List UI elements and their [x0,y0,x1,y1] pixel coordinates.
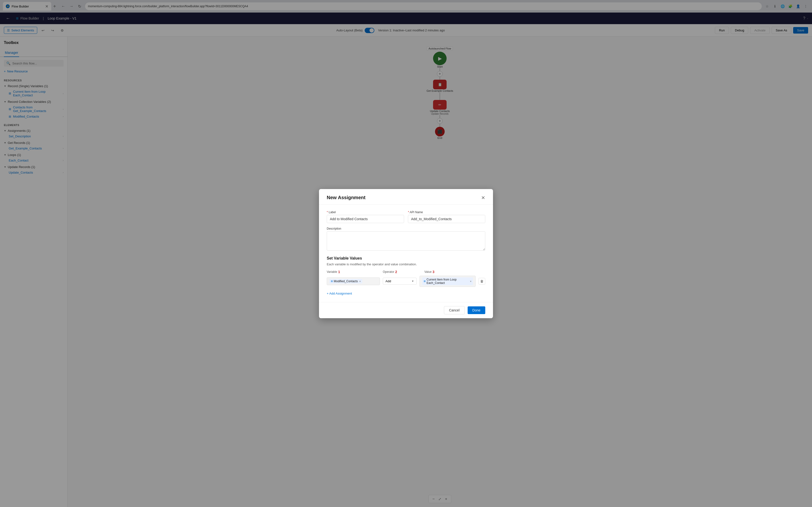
add-assignment-button[interactable]: + Add Assignment [327,291,485,296]
clear-row-button[interactable]: 🗑 [478,278,485,285]
modal-body: * Label * API Name Description [319,205,493,302]
value-tag-close-button[interactable]: × [470,280,471,283]
label-field-label: * Label [327,211,404,214]
api-name-field-label: * API Name [408,211,485,214]
col1-number: 1 [338,270,340,274]
description-input[interactable] [327,231,485,250]
value-tag-label: Current Item from Loop Each_Contact [426,278,469,285]
operator-value: Add [386,279,410,283]
label-input[interactable] [327,215,404,223]
label-field-group: * Label [327,211,404,223]
variable-row: ⊞ Modified_Contacts × Add ▼ ⊞ Current It… [327,276,485,287]
api-name-input[interactable] [408,215,485,223]
col3-number: 3 [433,270,435,274]
col1-header-label: Variable [327,270,337,274]
set-variable-values-title: Set Variable Values [327,256,485,261]
col2-number: 2 [395,270,397,274]
operator-select[interactable]: Add ▼ [383,278,417,285]
description-label: Description [327,227,485,230]
description-field-group: Description [327,227,485,251]
value-input-field[interactable]: ⊞ Current Item from Loop Each_Contact × [419,276,475,287]
done-button[interactable]: Done [468,306,485,314]
variable-tag-label: Modified_Contacts [334,280,358,283]
value-tag-icon: ⊞ [424,280,425,282]
variable-input-field[interactable]: ⊞ Modified_Contacts × [327,277,380,285]
modal-footer: Cancel Done [319,302,493,318]
new-assignment-modal: New Assignment ✕ * Label * API Name [319,189,493,318]
value-tag: ⊞ Current Item from Loop Each_Contact × [422,277,473,285]
modal-overlay: New Assignment ✕ * Label * API Name [0,0,812,507]
variable-tag: ⊞ Modified_Contacts × [329,279,362,283]
form-row-label-api: * Label * API Name [327,211,485,223]
variable-tag-close-button[interactable]: × [359,280,361,283]
col3-header-label: Value [424,270,432,274]
api-name-field-group: * API Name [408,211,485,223]
operator-chevron-down-icon: ▼ [412,280,414,282]
col2-header-label: Operator [383,270,394,274]
set-variable-values-desc: Each variable is modified by the operato… [327,263,485,266]
variable-column-headers: Variable 1 Operator 2 Value 3 [327,270,485,274]
add-assignment-label: + Add Assignment [327,292,352,295]
modal-title: New Assignment [327,195,365,201]
variable-tag-icon: ⊞ [331,280,333,282]
label-required-star: * [327,211,328,214]
api-required-star: * [408,211,409,214]
modal-close-button[interactable]: ✕ [481,195,485,201]
modal-header: New Assignment ✕ [319,189,493,205]
cancel-button[interactable]: Cancel [444,306,465,314]
